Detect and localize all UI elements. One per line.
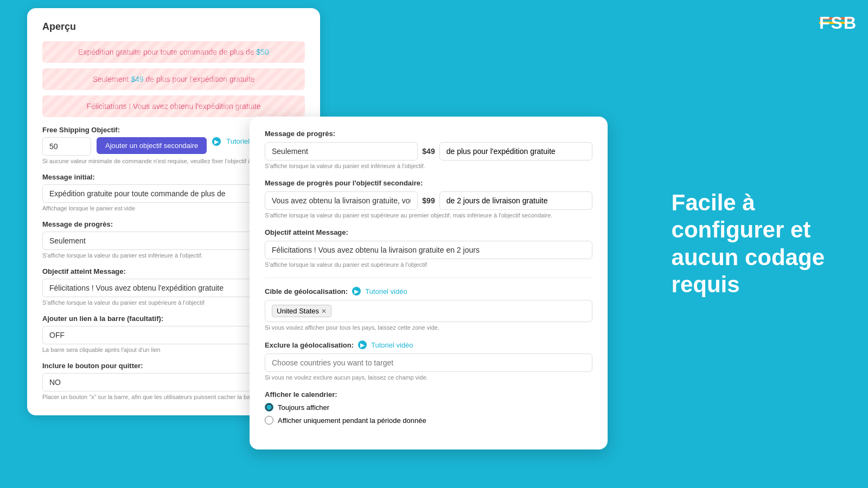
overlay-message-progres-hint: S'affiche lorsque la valeur du panier es… [265, 163, 592, 169]
overlay-card: Message de progrès: $49 S'affiche lorsqu… [250, 117, 608, 450]
tagline: Facile à configurer et aucun codage requ… [672, 189, 825, 299]
overlay-objectif-atteint-label: Objectif atteint Message: [265, 228, 592, 236]
tutorial-icon-1: ▶ [212, 137, 221, 146]
overlay-calendrier: Afficher le calendrier: Toujours affiche… [265, 390, 592, 425]
tutorial-icon-geo: ▶ [352, 287, 361, 296]
tutorial-icon-exclure: ▶ [358, 341, 367, 349]
preview-banner-3: Félicitations ! Vous avez obtenu l'expéd… [42, 95, 305, 117]
tutorial-link-exclure[interactable]: Tutoriel vidéo [371, 341, 413, 349]
cible-geo-label: Cible de géolocalisation: [265, 287, 348, 296]
add-secondary-objectif-button[interactable]: Ajouter un objectif secondaire [97, 137, 207, 154]
united-states-tag: United States ✕ [272, 305, 331, 317]
exclure-geo-hint: Si vous ne voulez exclure aucun pays, la… [265, 374, 592, 381]
overlay-objectif-atteint: Objectif atteint Message: S'affiche lors… [265, 228, 592, 268]
calendrier-radio-group: Toujours afficher Afficher uniquement pe… [265, 403, 592, 425]
overlay-message-secondaire: Message de progrès pour l'objectif secon… [265, 179, 592, 219]
overlay-message-progres: Message de progrès: $49 S'affiche lorsqu… [265, 130, 592, 169]
calendrier-label: Afficher le calendrier: [265, 390, 592, 399]
overlay-currency-1: $49 [422, 147, 435, 156]
overlay-objectif-atteint-hint: S'affiche lorsque la valeur du panier es… [265, 261, 592, 268]
overlay-message-progres-input[interactable] [265, 142, 418, 160]
overlay-right-input-2[interactable] [439, 191, 592, 210]
calendrier-option-2-label: Afficher uniquement pendant la période d… [278, 416, 426, 425]
tutorial-label-1[interactable]: Tutoriel [226, 137, 250, 145]
preview-banner-1: Expédition gratuite pour toute commande … [42, 41, 305, 63]
tag-close-icon[interactable]: ✕ [321, 307, 327, 315]
cible-geo-hint: Si vous voulez afficher pour tous les pa… [265, 324, 592, 331]
calendrier-option-1-label: Toujours afficher [278, 403, 329, 412]
overlay-objectif-atteint-input[interactable] [265, 241, 592, 259]
overlay-secondaire-label: Message de progrès pour l'objectif secon… [265, 179, 592, 187]
overlay-right-input-1[interactable] [439, 142, 592, 160]
overlay-cible-geo: Cible de géolocalisation: ▶ Tutoriel vid… [265, 287, 592, 331]
fsb-logo: FSB [819, 11, 852, 24]
overlay-message-progres-label: Message de progrès: [265, 130, 592, 138]
tutorial-link-geo[interactable]: Tutoriel vidéo [365, 287, 407, 296]
overlay-exclure-geo: Exclure la géolocalisation: ▶ Tutoriel v… [265, 341, 592, 381]
calendrier-radio-1[interactable] [265, 403, 273, 412]
free-shipping-input[interactable] [42, 137, 91, 156]
preview-banner-2: Seulement $49 de plus pour l'expédition … [42, 68, 305, 90]
overlay-secondaire-hint: S'affiche lorsque la valeur du panier es… [265, 212, 592, 219]
card-title: Aperçu [42, 21, 305, 33]
exclure-geo-label: Exclure la géolocalisation: [265, 341, 354, 349]
calendrier-option-2[interactable]: Afficher uniquement pendant la période d… [265, 416, 592, 425]
exclure-geo-input[interactable] [265, 354, 592, 372]
geo-tag-container[interactable]: United States ✕ [265, 300, 592, 322]
calendrier-radio-2[interactable] [265, 416, 273, 425]
overlay-secondaire-input[interactable] [265, 191, 418, 210]
overlay-currency-2: $99 [422, 196, 435, 205]
calendrier-option-1[interactable]: Toujours afficher [265, 403, 592, 412]
